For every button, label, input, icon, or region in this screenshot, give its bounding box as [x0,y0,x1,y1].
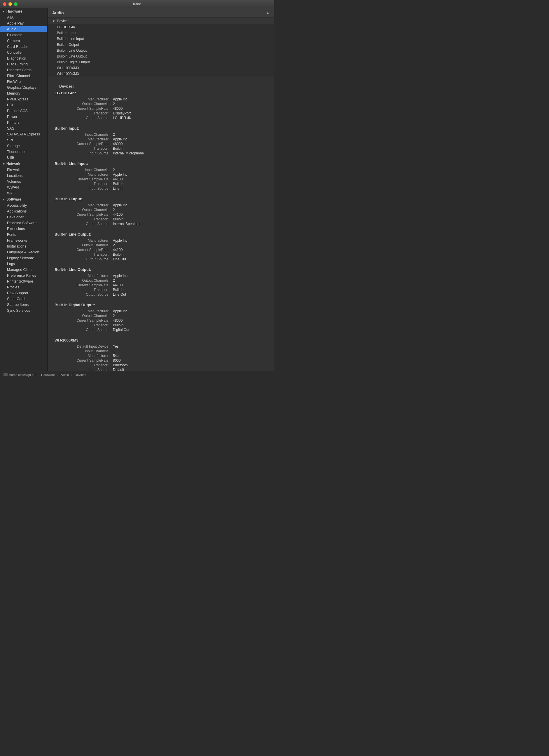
device-list-item-8[interactable]: WH-1000XM3 [48,71,274,77]
sidebar-item-bluetooth[interactable]: Bluetooth [0,32,47,38]
detail-value-7-2: 54c [113,354,267,358]
devices-list-label: Devices [57,19,69,23]
network-collapse-arrow: ▼ [2,162,5,166]
device-list-item-5[interactable]: Built-in Line Output [48,53,274,59]
sidebar-item-power[interactable]: Power [0,114,47,120]
sidebar-item-controller[interactable]: Controller [0,50,47,55]
sidebar-item-diagnostics[interactable]: Diagnostics [0,55,47,61]
detail-value-1-4: Internal Microphone [113,151,267,155]
sidebar-item-preference-panes[interactable]: Preference Panes [0,273,47,278]
maximize-button[interactable] [14,2,18,6]
sidebar-item-memory[interactable]: Memory [0,90,47,96]
sidebar-item-nvmexpress[interactable]: NVMExpress [0,96,47,102]
sidebar-item-profiles[interactable]: Profiles [0,284,47,290]
devices-collapse-arrow: ▼ [52,20,55,23]
sidebar-item-legacy-software[interactable]: Legacy Software [0,255,47,261]
device-list-item-1[interactable]: Built-in Input [48,30,274,36]
detail-row-0-3: Transport:DisplayPort [55,111,267,116]
sidebar-item-pci[interactable]: PCI [0,102,47,108]
sidebar-group-hardware[interactable]: ▼ Hardware [0,8,47,15]
window-title: iMac [133,2,141,6]
device-list-item-6[interactable]: Built-in Digital Output [48,59,274,65]
sidebar-item-ethernet-cards[interactable]: Ethernet Cards [0,67,47,73]
sidebar-item-graphics-displays[interactable]: Graphics/Displays [0,85,47,90]
content-collapse-arrow[interactable]: ▲ [266,11,270,15]
close-button[interactable] [3,2,6,6]
detail-section-title-7: WH-1000XM3: [55,338,267,342]
sidebar-item-firewall[interactable]: Firewall [0,167,47,173]
sidebar-item-fibre-channel[interactable]: Fibre Channel [0,73,47,79]
detail-value-1-3: Built-in [113,147,267,151]
sidebar-item-sync-services[interactable]: Sync Services [0,308,47,313]
sidebar-item-language-region[interactable]: Language & Region [0,249,47,255]
device-list-item-3[interactable]: Built-in Output [48,42,274,48]
sidebar-item-card-reader[interactable]: Card Reader [0,44,47,50]
network-group-label: Network [6,162,20,166]
device-list-item-0[interactable]: LG HDR 4K [48,24,274,30]
sidebar-item-installations[interactable]: Installations [0,243,47,249]
sidebar-item-sata[interactable]: SATA/SATA Express [0,131,47,137]
sidebar-item-usb[interactable]: USB [0,155,47,161]
sidebar-item-wwan[interactable]: WWAN [0,184,47,190]
sidebar-item-firewire[interactable]: FireWire [0,79,47,85]
sidebar-item-developer[interactable]: Developer [0,214,47,220]
detail-row-6-0: Manufacturer:Apple Inc. [55,309,267,313]
window-controls [3,2,18,6]
network-icon [4,373,8,376]
detail-label-6-2: Current SampleRate: [55,318,113,323]
detail-label-3-1: Output Channels: [55,208,113,212]
detail-section-title-4: Built-in Line Output: [55,232,267,236]
detail-row-7-2: Manufacturer:54c [55,353,267,358]
detail-value-5-0: Apple Inc. [113,274,267,278]
sidebar-item-disc-burning[interactable]: Disc Burning [0,61,47,67]
sidebar-item-locations[interactable]: Locations [0,173,47,179]
detail-section-title-0: LG HDR 4K: [55,91,267,95]
sidebar-item-camera[interactable]: Camera [0,38,47,44]
sidebar-item-disabled-software[interactable]: Disabled Software [0,220,47,226]
sidebar-item-extensions[interactable]: Extensions [0,226,47,232]
sidebar-group-software[interactable]: ▼ Software [0,196,47,203]
detail-label-4-2: Current SampleRate: [55,248,113,252]
sidebar-item-thunderbolt[interactable]: Thunderbolt [0,149,47,155]
sidebar-item-applications[interactable]: Applications [0,208,47,214]
detail-row-0-1: Output Channels:2 [55,102,267,106]
content-header: Audio ▲ [48,8,274,18]
sidebar-group-network[interactable]: ▼ Network [0,161,47,167]
sidebar-item-wifi[interactable]: Wi-Fi [0,190,47,196]
detail-row-7-4: Transport:Bluetooth [55,363,267,367]
sidebar-item-spi[interactable]: SPI [0,137,47,143]
devices-list-header[interactable]: ▼ Devices [48,18,274,24]
sidebar-item-accessibility[interactable]: Accessibility [0,203,47,208]
device-list-item-2[interactable]: Built-in Line Input [48,36,274,42]
detail-value-0-3: DisplayPort [113,111,267,115]
detail-label-1-0: Input Channels: [55,133,113,137]
detail-label-2-2: Current SampleRate: [55,177,113,181]
sidebar-item-managed-client[interactable]: Managed Client [0,267,47,273]
sidebar-item-sas[interactable]: SAS [0,126,47,131]
sidebar-item-audio[interactable]: Audio [0,26,47,32]
sidebar-item-parallel-scsi[interactable]: Parallel SCSI [0,108,47,114]
sidebar-item-storage[interactable]: Storage [0,143,47,149]
sidebar-item-logs[interactable]: Logs [0,261,47,267]
detail-label-3-4: Output Source: [55,222,113,226]
detail-label-2-4: Input Source: [55,187,113,191]
sidebar-item-printers[interactable]: Printers [0,120,47,126]
device-list-item-4[interactable]: Built-in Line Output [48,48,274,53]
sidebar-item-printer-software[interactable]: Printer Software [0,278,47,284]
detail-value-4-3: Built-in [113,252,267,257]
sidebar-item-raw-support[interactable]: Raw Support [0,290,47,296]
detail-value-7-0: Yes [113,344,267,349]
minimize-button[interactable] [8,2,12,6]
sidebar-item-frameworks[interactable]: Frameworks [0,238,47,243]
detail-row-4-3: Transport:Built-in [55,252,267,257]
detail-label-5-2: Current SampleRate: [55,283,113,287]
sidebar-item-startup-items[interactable]: Startup Items [0,302,47,308]
detail-label-6-0: Manufacturer: [55,309,113,313]
sidebar-item-ata[interactable]: ATA [0,15,47,20]
sidebar-item-smartcards[interactable]: SmartCards [0,296,47,302]
device-list-item-7[interactable]: WH-1000XM3 [48,65,274,71]
sidebar-item-apple-pay[interactable]: Apple Pay [0,20,47,26]
detail-value-7-5: Default [113,368,267,371]
sidebar-item-fonts[interactable]: Fonts [0,232,47,238]
sidebar-item-volumes[interactable]: Volumes [0,179,47,184]
